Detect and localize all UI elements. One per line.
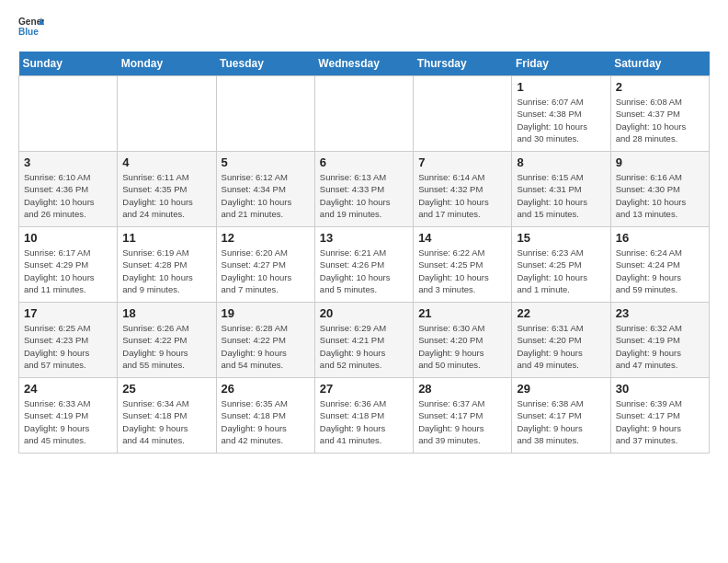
- day-info: Sunrise: 6:15 AM Sunset: 4:31 PM Dayligh…: [517, 171, 605, 220]
- day-cell: 3Sunrise: 6:10 AM Sunset: 4:36 PM Daylig…: [19, 152, 118, 227]
- day-cell: 8Sunrise: 6:15 AM Sunset: 4:31 PM Daylig…: [512, 152, 610, 227]
- day-cell: 26Sunrise: 6:35 AM Sunset: 4:18 PM Dayli…: [216, 378, 314, 454]
- day-cell: 24Sunrise: 6:33 AM Sunset: 4:19 PM Dayli…: [19, 378, 118, 454]
- day-number: 3: [24, 155, 112, 169]
- header-cell-tuesday: Tuesday: [216, 52, 314, 76]
- day-cell: 23Sunrise: 6:32 AM Sunset: 4:19 PM Dayli…: [610, 303, 709, 378]
- week-row-2: 10Sunrise: 6:17 AM Sunset: 4:29 PM Dayli…: [19, 227, 710, 303]
- day-cell: 1Sunrise: 6:07 AM Sunset: 4:38 PM Daylig…: [512, 76, 610, 152]
- day-cell: 20Sunrise: 6:29 AM Sunset: 4:21 PM Dayli…: [314, 303, 413, 378]
- day-cell: 12Sunrise: 6:20 AM Sunset: 4:27 PM Dayli…: [216, 227, 314, 303]
- header-cell-monday: Monday: [118, 52, 216, 76]
- day-cell: 30Sunrise: 6:39 AM Sunset: 4:17 PM Dayli…: [610, 378, 709, 454]
- day-cell: 27Sunrise: 6:36 AM Sunset: 4:18 PM Dayli…: [314, 378, 413, 454]
- header-cell-sunday: Sunday: [19, 52, 118, 76]
- day-number: 25: [122, 382, 210, 396]
- day-info: Sunrise: 6:31 AM Sunset: 4:20 PM Dayligh…: [517, 322, 605, 371]
- day-info: Sunrise: 6:38 AM Sunset: 4:17 PM Dayligh…: [517, 397, 605, 446]
- day-number: 14: [418, 231, 506, 245]
- week-row-1: 3Sunrise: 6:10 AM Sunset: 4:36 PM Daylig…: [19, 152, 710, 227]
- header-cell-saturday: Saturday: [610, 52, 709, 76]
- day-number: 9: [616, 155, 704, 169]
- day-number: 7: [418, 155, 506, 169]
- day-cell: 19Sunrise: 6:28 AM Sunset: 4:22 PM Dayli…: [216, 303, 314, 378]
- header-cell-thursday: Thursday: [414, 52, 512, 76]
- page: General Blue SundayMondayTuesdayWednesda…: [0, 0, 728, 468]
- day-info: Sunrise: 6:28 AM Sunset: 4:22 PM Dayligh…: [222, 322, 310, 371]
- day-info: Sunrise: 6:23 AM Sunset: 4:25 PM Dayligh…: [517, 247, 605, 295]
- day-cell: [314, 76, 413, 152]
- day-info: Sunrise: 6:34 AM Sunset: 4:18 PM Dayligh…: [122, 397, 210, 446]
- day-number: 19: [222, 306, 310, 320]
- day-number: 17: [24, 306, 112, 320]
- day-cell: 10Sunrise: 6:17 AM Sunset: 4:29 PM Dayli…: [19, 227, 118, 303]
- day-number: 21: [418, 306, 506, 320]
- day-number: 16: [616, 231, 704, 245]
- day-number: 6: [320, 155, 408, 169]
- day-cell: 4Sunrise: 6:11 AM Sunset: 4:35 PM Daylig…: [118, 152, 216, 227]
- day-cell: 9Sunrise: 6:16 AM Sunset: 4:30 PM Daylig…: [610, 152, 709, 227]
- day-number: 13: [320, 231, 408, 245]
- day-info: Sunrise: 6:36 AM Sunset: 4:18 PM Dayligh…: [320, 397, 408, 446]
- day-cell: [19, 76, 118, 152]
- day-number: 28: [418, 382, 506, 396]
- day-info: Sunrise: 6:22 AM Sunset: 4:25 PM Dayligh…: [418, 247, 506, 295]
- day-cell: 2Sunrise: 6:08 AM Sunset: 4:37 PM Daylig…: [610, 76, 709, 152]
- day-info: Sunrise: 6:24 AM Sunset: 4:24 PM Dayligh…: [616, 247, 704, 295]
- day-info: Sunrise: 6:19 AM Sunset: 4:28 PM Dayligh…: [122, 247, 210, 295]
- header-cell-friday: Friday: [512, 52, 610, 76]
- header: General Blue: [18, 15, 710, 40]
- day-number: 8: [517, 155, 605, 169]
- day-info: Sunrise: 6:12 AM Sunset: 4:34 PM Dayligh…: [222, 171, 310, 220]
- day-info: Sunrise: 6:13 AM Sunset: 4:33 PM Dayligh…: [320, 171, 408, 220]
- header-cell-wednesday: Wednesday: [314, 52, 413, 76]
- day-info: Sunrise: 6:39 AM Sunset: 4:17 PM Dayligh…: [616, 397, 704, 446]
- day-cell: 11Sunrise: 6:19 AM Sunset: 4:28 PM Dayli…: [118, 227, 216, 303]
- day-cell: [216, 76, 314, 152]
- day-number: 27: [320, 382, 408, 396]
- day-info: Sunrise: 6:20 AM Sunset: 4:27 PM Dayligh…: [222, 247, 310, 295]
- day-number: 10: [24, 231, 112, 245]
- week-row-0: 1Sunrise: 6:07 AM Sunset: 4:38 PM Daylig…: [19, 76, 710, 152]
- day-cell: [118, 76, 216, 152]
- day-info: Sunrise: 6:37 AM Sunset: 4:17 PM Dayligh…: [418, 397, 506, 446]
- day-cell: 25Sunrise: 6:34 AM Sunset: 4:18 PM Dayli…: [118, 378, 216, 454]
- day-number: 24: [24, 382, 112, 396]
- day-number: 1: [517, 80, 605, 94]
- day-number: 22: [517, 306, 605, 320]
- day-cell: [414, 76, 512, 152]
- day-cell: 13Sunrise: 6:21 AM Sunset: 4:26 PM Dayli…: [314, 227, 413, 303]
- day-info: Sunrise: 6:32 AM Sunset: 4:19 PM Dayligh…: [616, 322, 704, 371]
- day-number: 15: [517, 231, 605, 245]
- day-cell: 6Sunrise: 6:13 AM Sunset: 4:33 PM Daylig…: [314, 152, 413, 227]
- day-cell: 18Sunrise: 6:26 AM Sunset: 4:22 PM Dayli…: [118, 303, 216, 378]
- day-number: 2: [616, 80, 704, 94]
- day-number: 26: [222, 382, 310, 396]
- day-info: Sunrise: 6:30 AM Sunset: 4:20 PM Dayligh…: [418, 322, 506, 371]
- day-info: Sunrise: 6:17 AM Sunset: 4:29 PM Dayligh…: [24, 247, 112, 295]
- day-cell: 22Sunrise: 6:31 AM Sunset: 4:20 PM Dayli…: [512, 303, 610, 378]
- day-number: 4: [122, 155, 210, 169]
- day-number: 23: [616, 306, 704, 320]
- logo-icon: General Blue: [18, 15, 44, 40]
- day-cell: 5Sunrise: 6:12 AM Sunset: 4:34 PM Daylig…: [216, 152, 314, 227]
- day-info: Sunrise: 6:07 AM Sunset: 4:38 PM Dayligh…: [517, 96, 605, 144]
- day-cell: 28Sunrise: 6:37 AM Sunset: 4:17 PM Dayli…: [414, 378, 512, 454]
- day-number: 20: [320, 306, 408, 320]
- week-row-4: 24Sunrise: 6:33 AM Sunset: 4:19 PM Dayli…: [19, 378, 710, 454]
- header-row: SundayMondayTuesdayWednesdayThursdayFrid…: [19, 52, 710, 76]
- day-number: 18: [122, 306, 210, 320]
- day-number: 11: [122, 231, 210, 245]
- day-info: Sunrise: 6:26 AM Sunset: 4:22 PM Dayligh…: [122, 322, 210, 371]
- day-info: Sunrise: 6:29 AM Sunset: 4:21 PM Dayligh…: [320, 322, 408, 371]
- day-info: Sunrise: 6:25 AM Sunset: 4:23 PM Dayligh…: [24, 322, 112, 371]
- day-number: 29: [517, 382, 605, 396]
- day-info: Sunrise: 6:33 AM Sunset: 4:19 PM Dayligh…: [24, 397, 112, 446]
- day-info: Sunrise: 6:35 AM Sunset: 4:18 PM Dayligh…: [222, 397, 310, 446]
- day-cell: 17Sunrise: 6:25 AM Sunset: 4:23 PM Dayli…: [19, 303, 118, 378]
- week-row-3: 17Sunrise: 6:25 AM Sunset: 4:23 PM Dayli…: [19, 303, 710, 378]
- day-number: 5: [222, 155, 310, 169]
- day-info: Sunrise: 6:08 AM Sunset: 4:37 PM Dayligh…: [616, 96, 704, 144]
- day-info: Sunrise: 6:10 AM Sunset: 4:36 PM Dayligh…: [24, 171, 112, 220]
- day-cell: 15Sunrise: 6:23 AM Sunset: 4:25 PM Dayli…: [512, 227, 610, 303]
